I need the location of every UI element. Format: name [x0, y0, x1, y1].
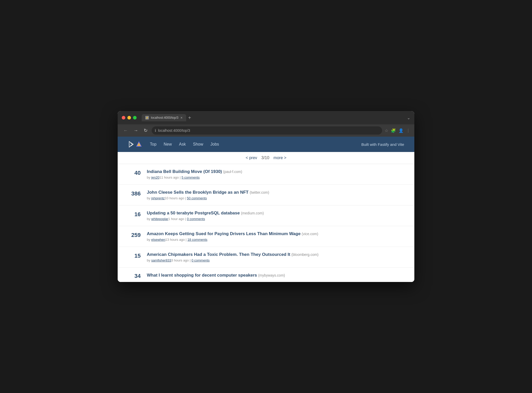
title-bar: ⚡ localhost:4000/top/3 × + ⌄ — [118, 111, 414, 124]
story-body: American Chipmakers Had a Toxic Problem.… — [147, 252, 318, 262]
browser-menu-icon[interactable]: ⌄ — [407, 115, 410, 120]
app-tagline: Built with Fastify and Vite — [361, 142, 404, 147]
page-indicator: 3/10 — [261, 156, 269, 160]
tab-bar: ⚡ localhost:4000/top/3 × + — [142, 114, 404, 121]
app-nav: Top New Ask Show Jobs — [150, 142, 219, 147]
story-item: 386 John Cleese Sells the Brooklyn Bridg… — [118, 185, 414, 205]
story-user-link[interactable]: samfisher833 — [151, 258, 171, 262]
story-domain: (mybyways.com) — [258, 273, 285, 277]
story-domain: (bloomberg.com) — [291, 253, 318, 257]
fastify-logo-icon — [128, 141, 135, 148]
bookmark-icon[interactable]: ☆ — [385, 128, 388, 133]
back-button[interactable]: ← — [122, 127, 129, 134]
nav-jobs[interactable]: Jobs — [210, 142, 219, 147]
story-domain: (paul-f.com) — [223, 170, 242, 174]
vite-logo-icon — [136, 141, 142, 148]
story-body: John Cleese Sells the Brooklyn Bridge as… — [147, 190, 269, 200]
story-comments-link[interactable]: 5 comments — [182, 176, 200, 179]
story-title-link[interactable]: What I learnt shopping for decent comput… — [147, 273, 257, 278]
story-domain: (twitter.com) — [250, 190, 269, 194]
story-user-link[interactable]: elsewhen — [151, 238, 165, 242]
story-item-partial: 34 What I learnt shopping for decent com… — [118, 268, 414, 282]
app-header: Top New Ask Show Jobs Built with Fastify… — [118, 137, 414, 152]
minimize-button[interactable] — [127, 116, 131, 119]
app-logo — [128, 141, 142, 148]
story-title-link[interactable]: Updating a 50 terabyte PostgreSQL databa… — [147, 211, 240, 215]
content-area: < prev 3/10 more > 40 Indiana Bell Build… — [118, 152, 414, 282]
story-body: Updating a 50 terabyte PostgreSQL databa… — [147, 211, 264, 221]
pagination-bar: < prev 3/10 more > — [118, 152, 414, 164]
story-comments-link[interactable]: 50 comments — [187, 196, 207, 200]
story-score: 15 — [125, 252, 141, 259]
story-domain: (medium.com) — [241, 211, 264, 215]
story-user-link[interactable]: jen20 — [151, 176, 159, 179]
story-body: Amazon Keeps Getting Sued for Paying Dri… — [147, 231, 318, 242]
nav-new[interactable]: New — [164, 142, 172, 147]
story-item: 15 American Chipmakers Had a Toxic Probl… — [118, 247, 414, 268]
story-comments-link[interactable]: 18 comments — [187, 238, 207, 242]
new-tab-button[interactable]: + — [188, 115, 191, 121]
profile-icon[interactable]: 👤 — [398, 128, 404, 133]
window-controls — [122, 116, 137, 119]
story-score: 34 — [125, 273, 141, 279]
address-bar[interactable]: ℹ localhost:4000/top/3 — [152, 126, 382, 135]
tab-close-button[interactable]: × — [180, 116, 182, 120]
nav-top[interactable]: Top — [150, 142, 157, 147]
story-meta: by jen2011 hours ago | 5 comments — [147, 176, 242, 179]
browser-window: ⚡ localhost:4000/top/3 × + ⌄ ← → ↻ ℹ loc… — [118, 111, 414, 282]
nav-show[interactable]: Show — [193, 142, 203, 147]
story-domain: (vice.com) — [302, 232, 318, 236]
address-text: localhost:4000/top/3 — [158, 128, 190, 133]
story-body: Indiana Bell Building Move (Of 1930) (pa… — [147, 169, 242, 179]
close-button[interactable] — [122, 116, 125, 119]
story-comments-link[interactable]: 0 comments — [187, 217, 205, 221]
tab-favicon: ⚡ — [145, 116, 149, 119]
story-title-link[interactable]: Indiana Bell Building Move (Of 1930) — [147, 169, 222, 174]
story-meta: by elsewhen13 hours ago | 18 comments — [147, 238, 318, 242]
extensions-icon[interactable]: 🧩 — [391, 128, 396, 133]
forward-button[interactable]: → — [132, 127, 140, 134]
tab-title: localhost:4000/top/3 — [151, 116, 178, 119]
story-title-link[interactable]: American Chipmakers Had a Toxic Problem.… — [147, 252, 290, 257]
story-item: 259 Amazon Keeps Getting Sued for Paying… — [118, 226, 414, 247]
story-item: 16 Updating a 50 terabyte PostgreSQL dat… — [118, 205, 414, 226]
story-user-link[interactable]: whitepoplar — [151, 217, 168, 221]
story-score: 40 — [125, 169, 141, 176]
story-comments-link[interactable]: 0 comments — [192, 258, 210, 262]
story-score: 386 — [125, 190, 141, 197]
toolbar-actions: ☆ 🧩 👤 ⋮ — [385, 128, 410, 133]
story-title-link[interactable]: Amazon Keeps Getting Sued for Paying Dri… — [147, 231, 301, 236]
prev-link[interactable]: < prev — [246, 156, 257, 160]
maximize-button[interactable] — [133, 116, 137, 119]
story-item: 40 Indiana Bell Building Move (Of 1930) … — [118, 164, 414, 185]
browser-toolbar: ← → ↻ ℹ localhost:4000/top/3 ☆ 🧩 👤 ⋮ — [118, 124, 414, 137]
story-body-partial: What I learnt shopping for decent comput… — [147, 273, 285, 278]
story-meta: by jshprentz10 hours ago | 50 comments — [147, 196, 269, 200]
story-score: 259 — [125, 231, 141, 238]
browser-tab[interactable]: ⚡ localhost:4000/top/3 × — [142, 114, 186, 121]
next-link[interactable]: more > — [273, 156, 286, 160]
stories-list: 40 Indiana Bell Building Move (Of 1930) … — [118, 164, 414, 282]
menu-icon[interactable]: ⋮ — [406, 128, 410, 133]
story-meta: by samfisher8333 hours ago | 0 comments — [147, 258, 318, 262]
story-score: 16 — [125, 211, 141, 218]
info-icon: ℹ — [155, 128, 156, 133]
story-title-link[interactable]: John Cleese Sells the Brooklyn Bridge as… — [147, 190, 249, 195]
story-user-link[interactable]: jshprentz — [151, 196, 165, 200]
story-meta: by whitepoplar1 hour ago | 0 comments — [147, 217, 264, 221]
nav-ask[interactable]: Ask — [179, 142, 186, 147]
reload-button[interactable]: ↻ — [142, 127, 149, 134]
